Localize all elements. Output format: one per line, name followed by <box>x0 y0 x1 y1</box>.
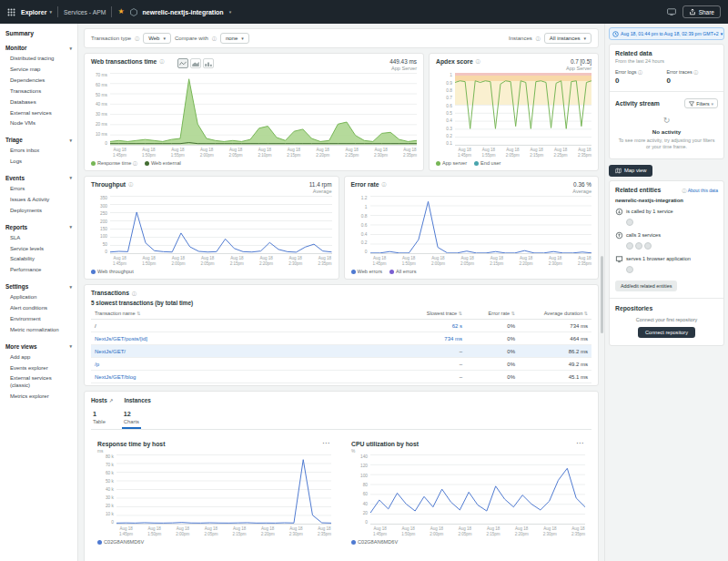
entity-avatar[interactable] <box>626 242 633 250</box>
sidebar-item[interactable]: Metric normalization <box>5 325 72 336</box>
filters-button[interactable]: Filters ▾ <box>684 98 718 108</box>
column-header[interactable]: Error rate ⇅ <box>466 308 519 320</box>
table-row[interactable]: /p–0%49.2 ms <box>91 358 592 371</box>
transaction-type-select[interactable]: Web▾ <box>143 33 171 44</box>
table-row[interactable]: /62 s0%734 ms <box>91 320 592 332</box>
map-view-button[interactable]: Map view <box>609 165 652 177</box>
refresh-icon[interactable]: ↻ <box>615 116 718 125</box>
info-icon[interactable]: ⓘ <box>132 291 136 296</box>
tv-mode-icon[interactable] <box>667 8 676 15</box>
entity-avatar[interactable] <box>626 219 633 226</box>
sidebar-item[interactable]: Service map <box>5 65 72 76</box>
column-header[interactable]: Average duration ⇅ <box>519 308 592 320</box>
column-header[interactable]: Slowest trace ⇅ <box>400 308 466 320</box>
service-name[interactable]: newrelic-nextjs-integration <box>143 9 224 15</box>
column-header[interactable]: Transaction name ⇅ <box>91 308 400 320</box>
legend-item[interactable]: C02G8AN6MD6V <box>97 539 144 545</box>
subtab-table[interactable]: 1Table <box>91 410 107 429</box>
info-icon[interactable]: ⓘ <box>693 69 698 75</box>
chart-options-icon[interactable]: ⋯ <box>320 441 331 445</box>
sidebar-item[interactable]: Transactions <box>5 87 72 97</box>
legend-item[interactable]: App server <box>436 160 467 166</box>
legend-item[interactable]: Response time ⓘ <box>91 160 137 166</box>
chart-plot-area[interactable] <box>370 454 585 525</box>
chart-options-icon[interactable]: ⋯ <box>574 441 585 445</box>
compare-with-select[interactable]: none▾ <box>220 33 249 44</box>
sidebar-item[interactable]: Errors inbox <box>5 146 72 157</box>
share-button[interactable]: Share <box>682 5 721 18</box>
sidebar-item[interactable]: Logs <box>5 157 72 168</box>
info-icon[interactable]: ⓘ <box>159 58 164 64</box>
chart-plot-area[interactable] <box>110 196 332 254</box>
sidebar-section-header[interactable]: More views▾ <box>5 343 72 350</box>
entity-avatar[interactable] <box>626 266 633 273</box>
stacked-chart-toggle-icon[interactable] <box>203 58 214 68</box>
error-rate-cell: 0% <box>466 332 519 345</box>
breadcrumb[interactable]: Services - APM <box>64 9 106 15</box>
sidebar-item[interactable]: Environment <box>5 314 72 325</box>
sidebar-item[interactable]: SLA <box>5 233 72 244</box>
sidebar-item-summary[interactable]: Summary <box>5 30 72 36</box>
tab-hosts[interactable]: Hosts↗ <box>91 397 113 403</box>
instances-select[interactable]: All instances▾ <box>544 33 592 44</box>
legend-item[interactable]: Web throughput <box>91 269 134 274</box>
info-icon[interactable]: ⓘ <box>212 36 217 41</box>
info-icon[interactable]: ⓘ <box>638 69 642 75</box>
favorite-star-icon[interactable]: ★ <box>117 8 124 15</box>
tab-instances[interactable]: Instances <box>124 397 150 403</box>
service-switcher-caret-icon[interactable]: ▾ <box>229 9 232 15</box>
explorer-menu[interactable]: Explorer▾ <box>21 9 52 15</box>
table-row[interactable]: NextJs/GET/blog–0%45.1 ms <box>91 371 592 383</box>
table-row[interactable]: NextJs/GET/posts/[id]734 ms0%464 ms <box>91 332 592 345</box>
legend-item[interactable]: Web external <box>145 160 181 166</box>
sidebar-section-header[interactable]: Triage▾ <box>5 137 72 143</box>
legend-item[interactable]: Web errors <box>351 269 383 274</box>
sidebar-item[interactable]: Distributed tracing <box>5 54 72 65</box>
sidebar-item[interactable]: Metrics explorer <box>5 392 72 403</box>
legend-item[interactable]: End user <box>474 160 500 166</box>
sidebar-item[interactable]: Scalability <box>5 254 72 265</box>
connect-repository-button[interactable]: Connect repository <box>638 327 695 338</box>
sidebar-section-header[interactable]: Monitor▾ <box>5 45 72 51</box>
sidebar-item[interactable]: Issues & Activity <box>5 195 72 206</box>
info-icon[interactable]: ⓘ <box>135 36 139 41</box>
sort-icon: ⇅ <box>459 311 462 316</box>
sidebar-section-header[interactable]: Settings▾ <box>5 283 72 290</box>
sidebar-item[interactable]: Databases <box>5 97 72 108</box>
sidebar-section-header[interactable]: Reports▾ <box>5 224 72 230</box>
scrollbar[interactable] <box>601 256 603 333</box>
info-icon[interactable]: ⓘ <box>536 36 541 41</box>
info-icon[interactable]: ⓘ <box>381 181 386 187</box>
sidebar-item[interactable]: Service levels <box>5 243 72 254</box>
sidebar-item[interactable]: Deployments <box>5 206 72 217</box>
entity-avatar[interactable] <box>644 242 652 250</box>
sidebar-item[interactable]: Alert conditions <box>5 303 72 314</box>
sidebar-item[interactable]: Add app <box>5 352 72 363</box>
table-row[interactable]: NextJs/GET/–0%86.2 ms <box>91 345 592 358</box>
time-range-picker[interactable]: Aug 18, 01:44 pm to Aug 18, 02:39 pm GMT… <box>609 27 724 40</box>
subtab-charts[interactable]: 12Charts <box>122 410 141 429</box>
line-chart-toggle-icon[interactable] <box>177 58 188 68</box>
chart-plot-area[interactable] <box>110 73 417 146</box>
sidebar-item[interactable]: Errors <box>5 184 72 195</box>
sidebar-item[interactable]: External services (classic) <box>5 373 72 391</box>
chart-plot-area[interactable] <box>116 454 331 525</box>
apps-grid-icon[interactable] <box>7 8 15 16</box>
legend-item[interactable]: All errors <box>389 269 416 274</box>
sidebar-item[interactable]: Application <box>5 292 72 303</box>
area-chart-toggle-icon[interactable] <box>190 58 201 68</box>
add-edit-related-entities-button[interactable]: Add/edit related entities <box>615 280 677 291</box>
info-icon[interactable]: ⓘ <box>476 58 480 64</box>
sidebar-item[interactable]: Performance <box>5 265 72 276</box>
chart-plot-area[interactable] <box>455 73 592 146</box>
sidebar-section-header[interactable]: Events▾ <box>5 175 72 181</box>
info-icon[interactable]: ⓘ <box>128 181 133 187</box>
sidebar-item[interactable]: Dependencies <box>5 76 72 87</box>
sidebar-item[interactable]: Events explorer <box>5 362 72 373</box>
sidebar-item[interactable]: External services <box>5 107 72 118</box>
chart-plot-area[interactable] <box>370 196 592 254</box>
about-this-data-link[interactable]: ⓘ About this data <box>682 188 718 193</box>
legend-item[interactable]: C02G8AN6MD6V <box>351 539 398 545</box>
entity-avatar[interactable] <box>635 242 642 250</box>
sidebar-item[interactable]: Node VMs <box>5 118 72 129</box>
